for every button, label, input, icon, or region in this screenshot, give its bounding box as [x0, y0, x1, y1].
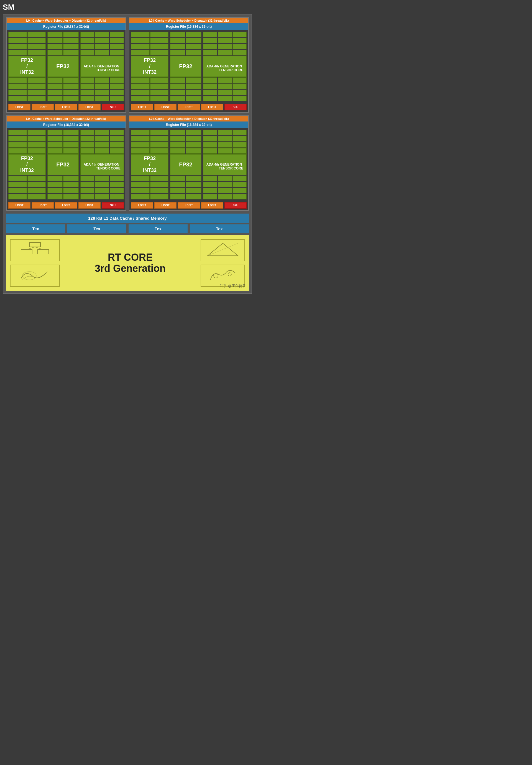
cell	[27, 148, 46, 154]
cell	[186, 176, 201, 181]
cell	[63, 148, 79, 154]
cell	[186, 90, 201, 95]
cell	[27, 90, 46, 95]
cell	[110, 176, 124, 181]
cell	[27, 96, 46, 101]
cell	[47, 142, 63, 148]
cell	[80, 176, 95, 181]
bottom-row-3: LD/ST LD/ST LD/ST LD/ST SFU	[7, 201, 126, 210]
cell	[170, 84, 185, 89]
tensor-col-1: ADA 4thGENERATIONTENSOR CORE	[80, 32, 124, 101]
cell	[8, 194, 27, 200]
cell	[8, 84, 27, 89]
cell	[150, 182, 169, 187]
cell	[8, 182, 27, 187]
warp-scheduler-bar-2: L0 i-Cache + Warp Scheduler + Dispatch (…	[130, 18, 248, 23]
cell	[218, 84, 232, 89]
warp-scheduler-bar-3: L0 i-Cache + Warp Scheduler + Dispatch (…	[7, 116, 126, 122]
ldst-2: LD/ST	[32, 104, 54, 110]
cell	[186, 194, 201, 200]
cell	[218, 44, 232, 49]
cell	[95, 194, 109, 200]
cell	[63, 188, 79, 193]
cores-area-3: FP32/INT32 FP32	[7, 128, 126, 201]
cell	[131, 148, 149, 154]
cell	[27, 176, 46, 181]
ldst-13: LD/ST	[131, 202, 153, 209]
cell	[232, 176, 247, 181]
cell	[218, 38, 232, 43]
cell	[218, 142, 232, 148]
rt-core-text: RT CORE 3rd Generation	[60, 252, 201, 274]
cell	[203, 176, 217, 181]
cell	[218, 130, 232, 135]
cell	[218, 32, 232, 37]
cell	[47, 96, 63, 101]
ldst-8: LD/ST	[201, 104, 223, 110]
cell	[150, 84, 169, 89]
cell	[150, 44, 169, 49]
cell	[150, 176, 169, 181]
cell	[170, 32, 185, 37]
cell	[150, 96, 169, 101]
cell	[8, 136, 27, 142]
tex-row: Tex Tex Tex Tex	[6, 224, 249, 233]
cell	[170, 136, 185, 142]
cell	[95, 38, 109, 43]
cell	[8, 142, 27, 148]
cell	[63, 130, 79, 135]
fp32-int32-label-3: FP32/INT32	[8, 154, 46, 175]
cell	[47, 176, 63, 181]
cell	[218, 194, 232, 200]
cell	[203, 96, 217, 101]
ldst-11: LD/ST	[55, 202, 77, 209]
fp32-grid-3b	[47, 176, 79, 200]
svg-point-9	[214, 274, 218, 278]
cell	[95, 130, 109, 135]
tensor-label-2: ADA 4thGENERATIONTENSOR CORE	[203, 56, 247, 77]
fp32-grid-3	[47, 130, 79, 154]
cell	[218, 77, 232, 83]
cell	[186, 38, 201, 43]
cell	[131, 90, 149, 95]
cell	[95, 142, 109, 148]
cell	[110, 90, 124, 95]
rt-right-diagrams	[201, 239, 245, 287]
cell	[47, 136, 63, 142]
sfu-1: SFU	[102, 104, 124, 110]
cell	[80, 84, 95, 89]
cell	[203, 38, 217, 43]
fp32-col-2: FP32	[170, 32, 201, 101]
watermark: 知乎 @王尔德鲁	[220, 284, 246, 289]
cell	[232, 77, 247, 83]
fp32-grid-1b	[47, 77, 79, 101]
cell	[203, 188, 217, 193]
cell	[8, 96, 27, 101]
cell	[131, 44, 149, 49]
cell	[80, 44, 95, 49]
cell	[8, 90, 27, 95]
cell	[63, 38, 79, 43]
cell	[95, 136, 109, 142]
fp32-label-3: FP32	[47, 154, 79, 175]
tensor-grid-2b	[203, 77, 247, 101]
cell	[170, 142, 185, 148]
tensor-grid-4b	[203, 176, 247, 200]
cell	[170, 148, 185, 154]
cell	[27, 136, 46, 142]
cell	[47, 90, 63, 95]
ldst-9: LD/ST	[8, 202, 31, 209]
svg-point-5	[22, 272, 36, 280]
cell	[218, 50, 232, 55]
cell	[47, 50, 63, 55]
cell	[131, 176, 149, 181]
processor-block-2: L0 i-Cache + Warp Scheduler + Dispatch (…	[129, 17, 249, 113]
sfu-3: SFU	[102, 202, 124, 209]
cell	[150, 194, 169, 200]
ldst-16: LD/ST	[201, 202, 223, 209]
cell	[232, 90, 247, 95]
sfu-2: SFU	[224, 104, 247, 110]
cell	[232, 130, 247, 135]
fp32-col-3: FP32	[47, 130, 79, 200]
cell	[150, 38, 169, 43]
